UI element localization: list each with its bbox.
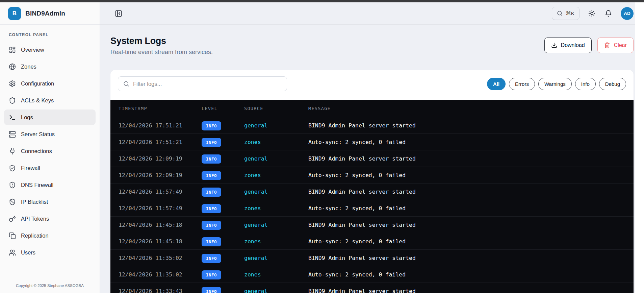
log-message: Auto-sync: 2 synced, 0 failed — [308, 271, 625, 278]
log-row: 12/04/2026 11:35:02 INFO general BIND9 A… — [110, 250, 634, 266]
shield-alert-icon — [9, 181, 16, 189]
sidebar-footer: Copyright © 2025 Stephane ASSOGBA — [0, 279, 100, 293]
log-message: BIND9 Admin Panel server started — [308, 155, 625, 162]
log-source: general — [244, 155, 308, 162]
topbar: ⌘K AD — [100, 2, 644, 25]
sidebar-item-label: Overview — [21, 47, 44, 53]
log-message: Auto-sync: 2 synced, 0 failed — [308, 172, 625, 178]
sidebar-item-users[interactable]: Users — [4, 245, 96, 260]
sidebar: B BIND9Admin CONTROL PANEL Overview Zone… — [0, 2, 100, 293]
log-table: TIMESTAMPLEVELSOURCEMESSAGE 12/04/2026 1… — [110, 100, 634, 293]
log-level-badge: INFO — [202, 188, 221, 197]
sidebar-item-label: Zones — [21, 64, 36, 70]
log-timestamp: 12/04/2026 11:45:18 — [119, 238, 202, 245]
log-level-badge: INFO — [202, 254, 221, 263]
main-area: ⌘K AD System Logs Real — [100, 2, 644, 293]
sidebar-item-label: API Tokens — [21, 216, 49, 222]
sidebar-item-dns-firewall[interactable]: DNS Firewall — [4, 177, 96, 193]
page-subtitle: Real-time event stream from services. — [110, 49, 213, 56]
app-root: B BIND9Admin CONTROL PANEL Overview Zone… — [0, 2, 644, 293]
column-header: MESSAGE — [308, 106, 625, 111]
sidebar-item-acls-keys[interactable]: ACLs & Keys — [4, 93, 96, 108]
sidebar-item-connections[interactable]: Connections — [4, 143, 96, 159]
gear-icon — [9, 80, 16, 87]
page-heading-block: System Logs Real-time event stream from … — [110, 36, 213, 56]
sidebar-item-api-tokens[interactable]: API Tokens — [4, 211, 96, 226]
sidebar-item-zones[interactable]: Zones — [4, 59, 96, 74]
avatar-initials: AD — [624, 11, 630, 16]
log-row: 12/04/2026 12:09:19 INFO zones Auto-sync… — [110, 167, 634, 184]
panel-left-icon — [115, 10, 122, 17]
sidebar-item-replication[interactable]: Replication — [4, 228, 96, 243]
log-source: general — [244, 255, 308, 261]
log-source: general — [244, 288, 308, 293]
sidebar-item-label: Configuration — [21, 80, 54, 87]
shield-icon — [9, 97, 16, 104]
log-row: 12/04/2026 11:45:18 INFO general BIND9 A… — [110, 217, 634, 233]
log-row: 12/04/2026 11:35:02 INFO zones Auto-sync… — [110, 266, 634, 283]
log-message: Auto-sync: 2 synced, 0 failed — [308, 139, 625, 145]
users-icon — [9, 249, 16, 256]
filter-pill-debug[interactable]: Debug — [599, 78, 626, 90]
sun-icon — [588, 10, 595, 17]
page-scrollbar[interactable] — [635, 2, 644, 293]
column-header: LEVEL — [202, 106, 244, 111]
log-row: 12/04/2026 17:51:21 INFO zones Auto-sync… — [110, 134, 634, 150]
sidebar-item-overview[interactable]: Overview — [4, 42, 96, 57]
log-message: BIND9 Admin Panel server started — [308, 222, 625, 228]
sidebar-item-firewall[interactable]: Firewall — [4, 160, 96, 176]
sidebar-item-server-status[interactable]: Server Status — [4, 126, 96, 142]
log-row: 12/04/2026 12:09:19 INFO general BIND9 A… — [110, 150, 634, 167]
log-source: zones — [244, 139, 308, 145]
sidebar-item-label: DNS Firewall — [21, 182, 53, 188]
theme-toggle-button[interactable] — [588, 9, 596, 18]
column-header: SOURCE — [244, 106, 308, 111]
sidebar-nav: Overview Zones Configuration ACLs & Keys… — [0, 42, 100, 279]
filter-pill-info[interactable]: Info — [575, 78, 596, 90]
log-timestamp: 12/04/2026 11:45:18 — [119, 222, 202, 228]
filter-pill-errors[interactable]: Errors — [509, 78, 535, 90]
app-logo: B — [8, 7, 21, 20]
log-level-badge: INFO — [202, 138, 221, 147]
sidebar-item-label: ACLs & Keys — [21, 97, 54, 104]
log-message: BIND9 Admin Panel server started — [308, 255, 625, 261]
log-row: 12/04/2026 17:51:21 INFO general BIND9 A… — [110, 117, 634, 134]
search-shortcut-label: ⌘K — [566, 10, 574, 17]
filter-input-box — [118, 76, 287, 91]
log-level-badge: INFO — [202, 237, 221, 246]
filter-logs-input[interactable] — [133, 81, 282, 87]
sidebar-item-ip-blacklist[interactable]: IP Blacklist — [4, 194, 96, 210]
sidebar-item-configuration[interactable]: Configuration — [4, 76, 96, 91]
log-row: 12/04/2026 11:57:49 INFO zones Auto-sync… — [110, 200, 634, 217]
download-button[interactable]: Download — [544, 38, 592, 53]
sidebar-item-label: Users — [21, 249, 35, 256]
filter-pill-warnings[interactable]: Warnings — [538, 78, 572, 90]
log-timestamp: 12/04/2026 11:35:02 — [119, 271, 202, 278]
copy-icon — [9, 232, 16, 239]
notifications-button[interactable] — [604, 9, 613, 18]
filter-pill-all[interactable]: All — [487, 78, 506, 90]
clear-button[interactable]: Clear — [597, 38, 634, 53]
clear-button-label: Clear — [614, 42, 627, 48]
collapse-sidebar-button[interactable] — [113, 8, 124, 19]
log-timestamp: 12/04/2026 11:35:02 — [119, 255, 202, 261]
log-timestamp: 12/04/2026 12:09:19 — [119, 155, 202, 162]
app-name: BIND9Admin — [25, 10, 65, 17]
user-avatar[interactable]: AD — [621, 7, 634, 20]
log-timestamp: 12/04/2026 17:51:21 — [119, 139, 202, 145]
log-source: zones — [244, 205, 308, 212]
global-search-button[interactable]: ⌘K — [552, 7, 579, 20]
plug-icon — [9, 148, 16, 155]
log-level-badge: INFO — [202, 204, 221, 213]
log-message: Auto-sync: 2 synced, 0 failed — [308, 205, 625, 212]
log-row: 12/04/2026 11:57:49 INFO general BIND9 A… — [110, 184, 634, 200]
log-message: Auto-sync: 2 synced, 0 failed — [308, 238, 625, 245]
shield-check-icon — [9, 165, 16, 172]
log-message: BIND9 Admin Panel server started — [308, 288, 625, 293]
window-top-edge — [0, 0, 644, 2]
sidebar-item-logs[interactable]: Logs — [4, 109, 96, 125]
log-timestamp: 12/04/2026 11:57:49 — [119, 205, 202, 212]
sidebar-item-label: Firewall — [21, 165, 40, 171]
log-source: zones — [244, 271, 308, 278]
level-filter-pills: AllErrorsWarningsInfoDebug — [487, 78, 626, 90]
